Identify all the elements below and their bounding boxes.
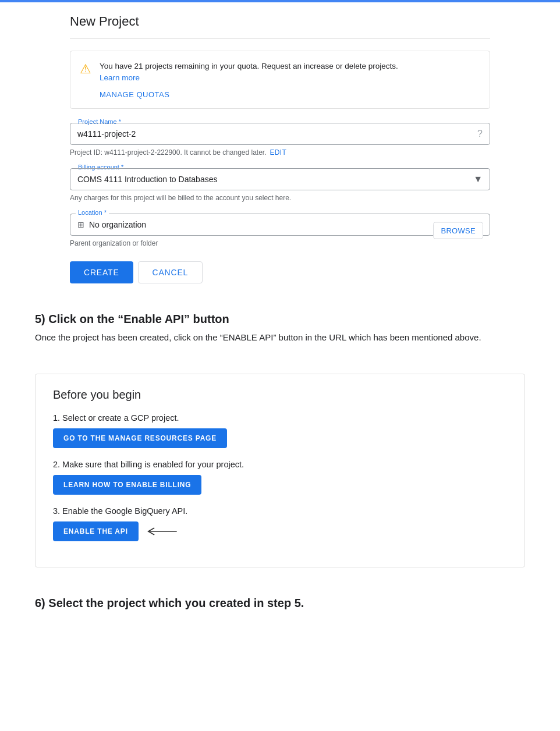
step3-text: 3. Enable the Google BigQuery API. xyxy=(53,506,507,516)
create-button[interactable]: CREATE xyxy=(70,261,133,283)
browse-button[interactable]: BROWSE xyxy=(433,222,483,239)
edit-link[interactable]: EDIT xyxy=(270,148,287,157)
step6-heading: 6) Select the project which you created … xyxy=(35,597,525,610)
arrow-annotation xyxy=(144,524,179,538)
project-name-input[interactable] xyxy=(77,129,466,139)
enable-the-api-button[interactable]: ENABLE THE API xyxy=(53,521,139,541)
learn-how-to-enable-billing-button[interactable]: LEARN HOW TO ENABLE BILLING xyxy=(53,475,201,495)
organization-icon: ⊞ xyxy=(77,220,84,229)
go-to-manage-resources-button[interactable]: GO TO THE MANAGE RESOURCES PAGE xyxy=(53,428,227,448)
list-item-2: 2. Make sure that billing is enabled for… xyxy=(53,460,507,495)
billing-account-select[interactable]: COMS 4111 Introduction to Databases xyxy=(77,175,466,184)
action-buttons: CREATE CANCEL xyxy=(70,261,490,283)
cancel-button[interactable]: CANCEL xyxy=(138,261,203,283)
manage-quotas-link[interactable]: MANAGE QUOTAS xyxy=(100,90,169,99)
before-begin-card: Before you begin 1. Select or create a G… xyxy=(35,374,525,567)
page-container: New Project ⚠ You have 21 projects remai… xyxy=(0,0,560,645)
quota-text-span: You have 21 projects remaining in your q… xyxy=(100,62,398,70)
before-begin-list: 1. Select or create a GCP project. GO TO… xyxy=(53,413,507,541)
billing-account-field: Billing account * COMS 4111 Introduction… xyxy=(70,168,490,202)
step5-body: Once the project has been created, click… xyxy=(35,331,525,345)
step5-section: 5) Click on the “Enable API” button Once… xyxy=(0,295,560,374)
list-item-3: 3. Enable the Google BigQuery API. ENABL… xyxy=(53,506,507,541)
project-name-input-wrapper: ? xyxy=(70,123,490,145)
quota-warning-text: You have 21 projects remaining in your q… xyxy=(100,61,398,84)
learn-more-link[interactable]: Learn more xyxy=(100,73,140,82)
step5-heading: 5) Click on the “Enable API” button xyxy=(35,313,525,326)
location-wrapper: ⊞ No organization BROWSE xyxy=(70,214,490,236)
new-project-card: New Project ⚠ You have 21 projects remai… xyxy=(0,2,560,295)
project-id-text: Project ID: w4111-project-2-222900. It c… xyxy=(70,148,490,157)
location-subtext: Parent organization or folder xyxy=(70,239,490,247)
step1-text: 1. Select or create a GCP project. xyxy=(53,413,507,423)
list-item-1: 1. Select or create a GCP project. GO TO… xyxy=(53,413,507,448)
project-name-field: Project Name * ? Project ID: w4111-proje… xyxy=(70,123,490,157)
quota-warning-box: ⚠ You have 21 projects remaining in your… xyxy=(70,51,490,109)
billing-subtext: Any charges for this project will be bil… xyxy=(70,194,490,202)
help-icon[interactable]: ? xyxy=(477,129,483,139)
location-value: No organization xyxy=(89,220,146,229)
dropdown-arrow-icon: ▼ xyxy=(473,174,483,184)
warning-icon: ⚠ xyxy=(80,62,91,77)
step3-button-row: ENABLE THE API xyxy=(53,521,507,541)
new-project-title: New Project xyxy=(70,14,490,29)
location-field: Location * ⊞ No organization BROWSE Pare… xyxy=(70,214,490,247)
arrow-left-icon xyxy=(144,524,179,538)
location-label: Location * xyxy=(76,209,109,216)
quota-warning-content: You have 21 projects remaining in your q… xyxy=(100,61,398,99)
billing-wrapper: COMS 4111 Introduction to Databases ▼ xyxy=(70,168,490,190)
step6-section: 6) Select the project which you created … xyxy=(0,585,560,622)
step2-text: 2. Make sure that billing is enabled for… xyxy=(53,460,507,469)
before-begin-title: Before you begin xyxy=(53,388,507,402)
divider xyxy=(70,38,490,39)
project-id-span: Project ID: w4111-project-2-222900. It c… xyxy=(70,148,267,157)
